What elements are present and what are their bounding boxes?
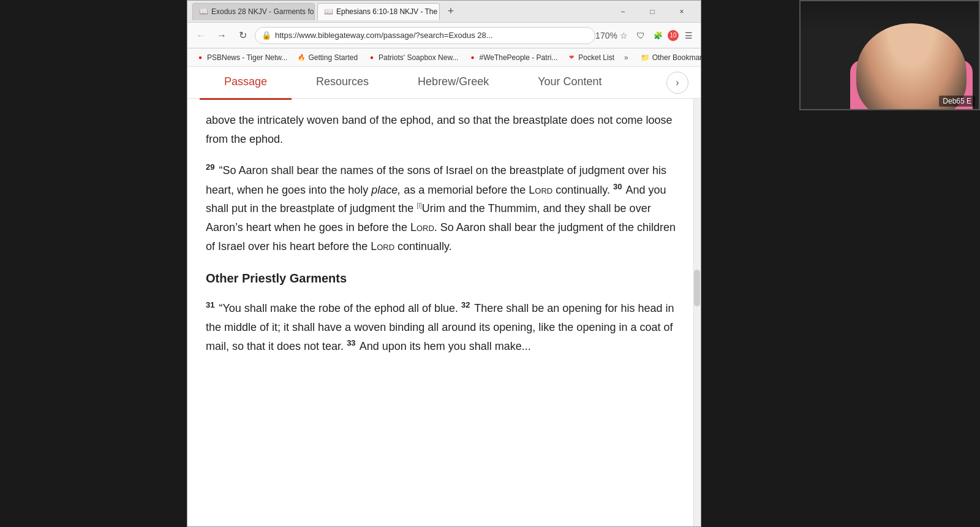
bookmark-folder-icon: 📁	[641, 53, 650, 62]
left-background	[0, 0, 187, 527]
verse-29-cont: as a memorial before the	[401, 184, 529, 196]
browser-window: 📖 Exodus 28 NKJV - Garments fo... × 📖 Ep…	[187, 0, 701, 527]
bookmark-patriots-soapbox[interactable]: ● Patriots' Soapbox New...	[364, 52, 462, 63]
bible-content: above the intricately woven band of the …	[187, 99, 701, 526]
verse-31-text: “You shall make the robe of the ephod al…	[219, 302, 458, 314]
verse-number-29: 29	[206, 162, 214, 172]
back-button[interactable]: ←	[192, 27, 209, 44]
tabs-scroll-right[interactable]: ›	[666, 72, 688, 94]
verse-30-final: continually.	[394, 240, 452, 252]
verse-29-italic: place,	[371, 184, 401, 196]
tab-favicon-ephesians: 📖	[324, 7, 333, 16]
tab-passage[interactable]: Passage	[200, 67, 292, 100]
bookmarks-more-button[interactable]: »	[620, 52, 632, 63]
scrollbar[interactable]	[693, 99, 701, 526]
tab-label-ephesians: Ephesians 6:10-18 NKJV - The w...	[336, 7, 440, 16]
bookmark-favicon-patriots-soapbox: ●	[368, 53, 376, 62]
tab-your-content[interactable]: Your Content	[513, 67, 626, 100]
verse-number-32: 32	[461, 300, 470, 309]
bookmark-pocket-list[interactable]: ❤ Pocket List	[564, 52, 618, 63]
verse-number-30: 30	[613, 182, 622, 191]
forward-button[interactable]: →	[213, 27, 230, 44]
minimize-button[interactable]: −	[609, 1, 637, 23]
nav-icons: 170% ☆ 🛡 🧩 10 ☰	[599, 28, 696, 43]
bookmark-favicon-psbnews: ●	[196, 53, 205, 62]
bookmark-label-wethepeople: #WeThePeople - Patri...	[479, 53, 557, 62]
bookmark-star-icon[interactable]: ☆	[616, 28, 631, 43]
webcam-video	[801, 1, 979, 109]
tab-label-exodus: Exodus 28 NKJV - Garments fo...	[211, 7, 315, 16]
navigation-bar: ← → ↻ 🔒 https://www.biblegateway.com/pas…	[187, 23, 701, 48]
close-button[interactable]: ×	[668, 1, 696, 23]
counter-badge: 10	[668, 30, 679, 41]
verse-number-31: 31	[206, 300, 214, 309]
scroll-thumb[interactable]	[694, 270, 700, 306]
zoom-level[interactable]: 170%	[599, 28, 614, 43]
address-text: https://www.biblegateway.com/passage/?se…	[275, 31, 589, 40]
refresh-button[interactable]: ↻	[234, 27, 251, 44]
webcam-user-label: Deb65 E	[939, 96, 975, 107]
intro-verse: above the intricately woven band of the …	[206, 111, 682, 148]
intro-text: above the intricately woven band of the …	[206, 114, 673, 145]
footnote-l: [l]	[417, 202, 422, 209]
section-heading-other-priestly-garments: Other Priestly Garments	[206, 268, 682, 289]
bookmark-favicon-wethepeople: ●	[468, 53, 477, 62]
verse-31-32-33: 31 “You shall make the robe of the ephod…	[206, 298, 682, 356]
right-background: Deb65 E	[701, 0, 980, 527]
page-navigation: Passage Resources Hebrew/Greek Your Cont…	[187, 67, 701, 99]
bookmarks-bar: ● PSBNews - Tiger Netw... 🔥 Getting Star…	[187, 48, 701, 67]
verse-29-30: 29 “So Aaron shall bear the names of the…	[206, 161, 682, 256]
verse-30-lord2: Lord	[371, 240, 394, 252]
verse-30-lord: Lord	[410, 221, 434, 233]
content-area: Passage Resources Hebrew/Greek Your Cont…	[187, 67, 701, 526]
bookmark-psbnews[interactable]: ● PSBNews - Tiger Netw...	[192, 52, 291, 63]
bookmark-label-pocket: Pocket List	[578, 53, 614, 62]
tab-hebrew-greek[interactable]: Hebrew/Greek	[393, 67, 513, 100]
bookmark-favicon-pocket: ❤	[567, 53, 576, 62]
bookmark-wethepeople[interactable]: ● #WeThePeople - Patri...	[464, 52, 561, 63]
bookmark-label-patriots-soapbox: Patriots' Soapbox New...	[379, 53, 458, 62]
verse-33-text: And upon its hem you shall make...	[360, 340, 531, 352]
tab-exodus[interactable]: 📖 Exodus 28 NKJV - Garments fo... ×	[192, 3, 315, 20]
tab-ephesians[interactable]: 📖 Ephesians 6:10-18 NKJV - The w... ×	[317, 3, 440, 20]
verse-29-end: continually.	[552, 184, 610, 196]
bookmark-getting-started[interactable]: 🔥 Getting Started	[293, 52, 361, 63]
address-bar[interactable]: 🔒 https://www.biblegateway.com/passage/?…	[255, 27, 595, 44]
bookmark-label-psbnews: PSBNews - Tiger Netw...	[207, 53, 287, 62]
bookmarks-more-icon: »	[624, 53, 628, 62]
bookmark-favicon-getting-started: 🔥	[297, 53, 306, 62]
title-bar: 📖 Exodus 28 NKJV - Garments fo... × 📖 Ep…	[187, 1, 701, 23]
security-icon: 🔒	[262, 31, 271, 40]
extension-icon[interactable]: 🧩	[650, 28, 665, 43]
new-tab-button[interactable]: +	[442, 3, 459, 20]
menu-icon[interactable]: ☰	[681, 28, 696, 43]
tab-resources[interactable]: Resources	[292, 67, 393, 100]
window-controls: − □ ×	[609, 1, 696, 23]
shield-icon[interactable]: 🛡	[633, 28, 648, 43]
verse-29-lord: Lord	[529, 184, 552, 196]
verse-number-33: 33	[347, 338, 355, 347]
webcam-overlay: Deb65 E	[799, 0, 980, 110]
tab-favicon-exodus: 📖	[199, 7, 208, 16]
bookmark-label-getting-started: Getting Started	[308, 53, 358, 62]
maximize-button[interactable]: □	[638, 1, 666, 23]
